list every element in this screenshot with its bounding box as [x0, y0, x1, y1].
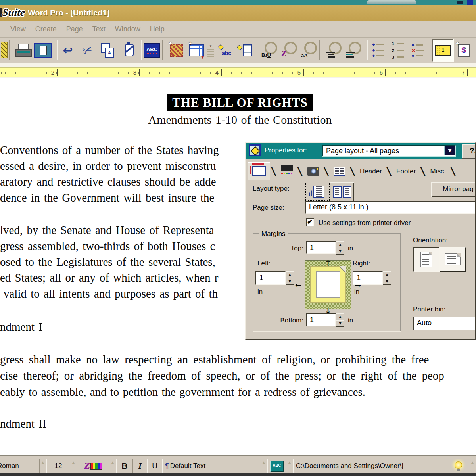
toolbar-divider — [428, 40, 432, 60]
horizontal-ruler[interactable]: 2 3 4 5 6 7 — [0, 63, 476, 79]
margins-group: Margins Top: 1 ▲▼ in Left: 1 ▲▼ in ↑ ↓ ←… — [253, 233, 401, 332]
margin-left-unit: in — [257, 288, 263, 296]
statusbar-document-path[interactable]: C:\Documents and Settings\Owner\| — [293, 459, 447, 473]
orientation-portrait-button[interactable] — [413, 247, 440, 272]
statusbar-spin[interactable]: ▲ — [286, 459, 293, 473]
printer-bin-select[interactable]: Auto — [413, 317, 476, 330]
mirror-pages-button[interactable]: Mirror pag — [431, 182, 476, 197]
frame-tool-button[interactable]: ✦ — [167, 40, 186, 61]
margin-top-stepper[interactable]: ▲▼ — [336, 241, 344, 255]
margin-right-stepper[interactable]: ▲▼ — [383, 271, 391, 285]
toolbar-divider — [54, 40, 58, 60]
statusbar-tip-button[interactable] — [447, 459, 469, 473]
numbered-list-button[interactable]: 1 2 3 — [388, 40, 408, 61]
ruler-insertion-marker — [238, 63, 238, 77]
numbered-list-icon: 1 2 3 — [392, 41, 404, 60]
margin-right-input[interactable]: 1 — [353, 271, 383, 285]
cycle-attributes-button[interactable]: BIU — [259, 40, 279, 61]
copy-button[interactable]: A — [98, 40, 117, 61]
cycle-align-left-button[interactable] — [344, 40, 363, 61]
ruler-toggle-button[interactable]: 1 — [432, 39, 454, 62]
desktop-fragment — [367, 0, 416, 4]
document-line: aratory and restrictive clauses should b… — [0, 174, 216, 190]
spell-check-button[interactable]: ABC — [142, 40, 162, 61]
menu-page[interactable]: Page — [61, 25, 88, 33]
margin-top-input[interactable]: 1 — [306, 241, 336, 254]
toolbar-divider — [319, 40, 323, 60]
statusbar-font-name[interactable]: Roman — [0, 459, 40, 473]
window-title: Word Pro - [Untitled1] — [28, 8, 109, 17]
glossary-button[interactable]: ◆abc — [215, 40, 235, 61]
print-preview-button[interactable] — [33, 40, 53, 61]
page-gallery-button[interactable]: ◆ — [235, 40, 255, 61]
list-dropdown-button[interactable]: ▾ — [206, 40, 215, 61]
cut-button[interactable]: ✂ — [78, 40, 98, 61]
statusbar-bold-button[interactable]: B — [116, 459, 133, 473]
dialog-title-label: Properties for: — [265, 146, 307, 154]
menu-help[interactable]: Help — [145, 25, 169, 33]
menu-text[interactable]: Text — [88, 25, 110, 33]
orientation-landscape-button[interactable] — [439, 247, 466, 272]
cycle-align-center-button[interactable] — [324, 40, 344, 61]
layout-single-button[interactable] — [305, 182, 330, 201]
tab-page-layout[interactable] — [248, 162, 270, 180]
skip-list-button[interactable]: ◆ × ◆ — [408, 40, 428, 61]
cycle-case-button[interactable]: aA — [299, 40, 319, 61]
page-size-select[interactable]: Letter (8.5 x 11 in.) — [305, 201, 476, 214]
ruler-number: 4 — [212, 69, 219, 76]
properties-infobox-dialog[interactable]: Properties for: Page layout - All pages … — [245, 142, 476, 340]
partial-icon[interactable] — [0, 40, 9, 61]
statusbar-text-color[interactable]: Z — [77, 459, 109, 473]
properties-for-select[interactable]: Page layout - All pages ▼ — [322, 145, 456, 157]
layout-facing-button[interactable] — [330, 182, 354, 202]
printer-driver-checkbox[interactable]: ✔ — [306, 218, 314, 226]
paste-button[interactable] — [117, 40, 137, 61]
table-tool-button[interactable]: ✦▼ — [186, 40, 206, 61]
printer-driver-checkbox-label: Use settings from printer driver — [319, 219, 411, 227]
bullet-list-button[interactable]: ◆ ◆ ◆ — [368, 40, 388, 61]
cycle-fonts-button[interactable]: Z — [279, 40, 299, 61]
margin-left-stepper[interactable]: ▲▼ — [286, 271, 294, 285]
screen-bottom-edge — [0, 473, 476, 476]
tab-footer[interactable]: Footer — [393, 163, 419, 180]
orientation-label: Orientation: — [413, 236, 448, 244]
menu-window[interactable]: Window — [110, 25, 145, 33]
tab-separator: \ — [386, 164, 392, 180]
document-heading: ndment II — [0, 416, 46, 432]
statusbar-italic-button[interactable]: I — [133, 459, 147, 473]
dialog-title-bar[interactable]: Properties for: Page layout - All pages … — [246, 143, 475, 159]
glossary-icon: ◆abc — [219, 44, 231, 56]
tab-watermark[interactable] — [304, 163, 323, 180]
smarticons-button[interactable]: S ✦ — [454, 40, 474, 61]
margin-bottom-label: Bottom: — [265, 317, 303, 324]
tab-lines-colors[interactable] — [277, 163, 296, 180]
print-button[interactable] — [13, 40, 33, 61]
statusbar-spin[interactable]: ▲ — [261, 459, 267, 473]
tab-header[interactable]: Header — [356, 163, 386, 180]
menu-create[interactable]: Create — [31, 25, 61, 33]
document-line: dence in the Government will best insure… — [0, 190, 214, 205]
tab-columns[interactable] — [330, 163, 349, 180]
statusbar-underline-button[interactable]: U — [147, 459, 162, 473]
help-button[interactable]: ?.. — [462, 144, 476, 159]
camera-icon — [307, 167, 319, 176]
statusbar-style[interactable]: ¶ Default Text — [162, 459, 240, 473]
undo-button[interactable]: ↩ — [58, 40, 78, 61]
arrow-left-icon: ← — [295, 281, 301, 289]
statusbar-language-button[interactable]: ABC — [267, 459, 286, 473]
title-bar[interactable]: Suite Word Pro - [Untitled1] — [0, 5, 476, 21]
document-line: cise thereof; or abridging the freedom o… — [0, 368, 444, 384]
margin-bottom-input[interactable]: 1 — [306, 313, 336, 326]
document-line: gress shall make no law respecting an es… — [0, 351, 429, 367]
margin-left-input[interactable]: 1 — [255, 271, 286, 285]
statusbar-spin[interactable]: ▲ — [40, 459, 46, 473]
statusbar-spin[interactable]: ▲ — [469, 459, 476, 473]
menu-view[interactable]: View — [6, 25, 31, 33]
statusbar-font-size[interactable]: 12 — [46, 459, 70, 473]
statusbar-spin[interactable]: ▲ — [109, 459, 116, 473]
margin-bottom-stepper[interactable]: ▲▼ — [336, 313, 344, 327]
dropdown-arrow-icon[interactable]: ▼ — [444, 146, 455, 155]
tab-misc[interactable]: Misc. — [427, 163, 450, 180]
statusbar-spin[interactable]: ▲ — [70, 459, 77, 473]
ruler-number: 6 — [376, 69, 383, 76]
